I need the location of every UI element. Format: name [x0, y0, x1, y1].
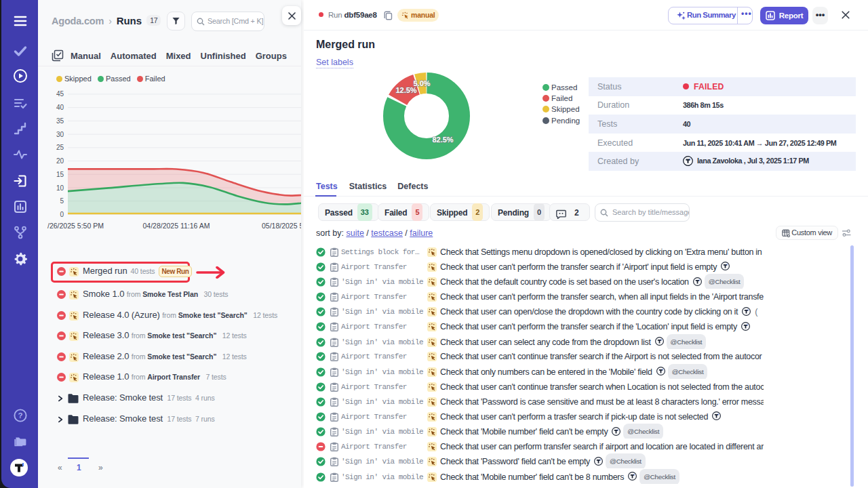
svg-text:35: 35 [56, 117, 64, 125]
svg-text:0: 0 [60, 211, 64, 218]
svg-text:5.0%: 5.0% [413, 79, 430, 87]
svg-text:/26/2025 5:50 PM: /26/2025 5:50 PM [47, 222, 104, 230]
svg-text:04/28/2025 11:16 AM: 04/28/2025 11:16 AM [142, 222, 210, 230]
svg-text:5: 5 [60, 197, 64, 205]
svg-text:15: 15 [56, 171, 64, 178]
svg-text:10: 10 [56, 184, 64, 192]
svg-text:20: 20 [56, 157, 64, 165]
svg-text:40: 40 [56, 104, 64, 111]
svg-text:05/18/2025 5:22: 05/18/2025 5:22 [262, 222, 301, 230]
svg-text:30: 30 [56, 131, 64, 138]
svg-text:82.5%: 82.5% [432, 136, 453, 144]
svg-text:?: ? [18, 411, 22, 420]
svg-text:25: 25 [56, 144, 64, 151]
svg-text:45: 45 [56, 90, 64, 98]
